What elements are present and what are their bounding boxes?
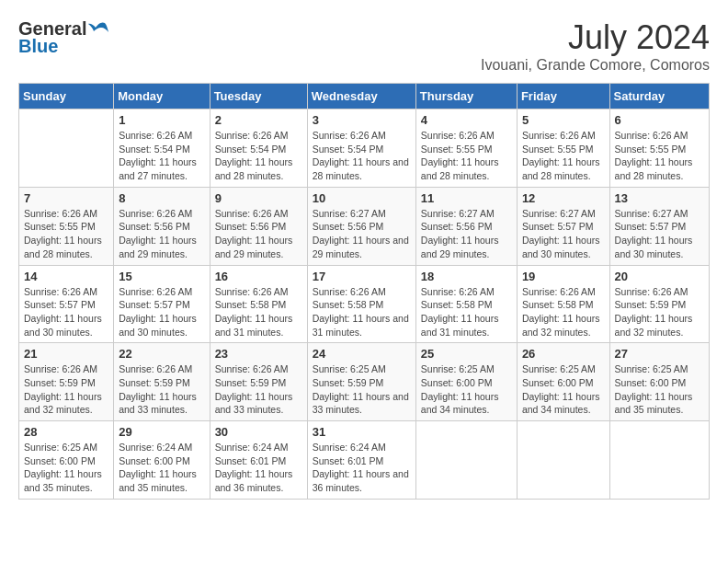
day-number: 15 (119, 270, 204, 283)
column-header-tuesday: Tuesday (210, 84, 307, 109)
calendar-cell: 23Sunrise: 6:26 AMSunset: 5:59 PMDayligh… (210, 343, 307, 421)
day-number: 10 (313, 191, 411, 205)
logo-blue-text: Blue (18, 36, 58, 57)
column-header-monday: Monday (114, 84, 210, 109)
cell-info: Sunrise: 6:26 AMSunset: 5:59 PMDaylight:… (119, 362, 204, 417)
calendar-cell: 28Sunrise: 6:25 AMSunset: 6:00 PMDayligh… (19, 421, 114, 500)
cell-info: Sunrise: 6:26 AMSunset: 5:54 PMDaylight:… (119, 129, 204, 183)
day-number: 17 (313, 270, 411, 283)
logo-bird-icon (88, 21, 108, 38)
day-number: 7 (24, 191, 108, 205)
cell-info: Sunrise: 6:26 AMSunset: 5:58 PMDaylight:… (421, 285, 512, 339)
calendar-cell: 22Sunrise: 6:26 AMSunset: 5:59 PMDayligh… (114, 343, 210, 421)
day-number: 21 (24, 347, 108, 361)
calendar-cell: 11Sunrise: 6:27 AMSunset: 5:56 PMDayligh… (415, 187, 517, 265)
cell-info: Sunrise: 6:26 AMSunset: 5:58 PMDaylight:… (522, 285, 605, 339)
cell-info: Sunrise: 6:26 AMSunset: 5:58 PMDaylight:… (313, 285, 411, 339)
column-header-wednesday: Wednesday (307, 84, 415, 109)
calendar-week-row: 1Sunrise: 6:26 AMSunset: 5:54 PMDaylight… (19, 109, 710, 188)
calendar-cell: 20Sunrise: 6:26 AMSunset: 5:59 PMDayligh… (609, 265, 709, 343)
calendar-cell: 6Sunrise: 6:26 AMSunset: 5:55 PMDaylight… (609, 109, 709, 188)
day-number: 18 (421, 270, 512, 283)
day-number: 28 (24, 425, 108, 439)
cell-info: Sunrise: 6:26 AMSunset: 5:55 PMDaylight:… (24, 207, 108, 261)
day-number: 8 (119, 191, 204, 205)
day-number: 12 (522, 191, 605, 205)
calendar-week-row: 28Sunrise: 6:25 AMSunset: 6:00 PMDayligh… (19, 421, 710, 500)
calendar-week-row: 7Sunrise: 6:26 AMSunset: 5:55 PMDaylight… (19, 187, 710, 265)
title-section: July 2024 Ivouani, Grande Comore, Comoro… (481, 18, 710, 74)
day-number: 24 (313, 347, 411, 361)
cell-info: Sunrise: 6:27 AMSunset: 5:56 PMDaylight:… (421, 207, 512, 261)
day-number: 31 (313, 425, 411, 439)
column-header-saturday: Saturday (609, 84, 709, 109)
day-number: 4 (421, 113, 512, 127)
cell-info: Sunrise: 6:26 AMSunset: 5:59 PMDaylight:… (615, 285, 704, 339)
month-year: July 2024 (481, 18, 710, 57)
calendar-cell: 10Sunrise: 6:27 AMSunset: 5:56 PMDayligh… (307, 187, 415, 265)
cell-info: Sunrise: 6:25 AMSunset: 5:59 PMDaylight:… (313, 362, 411, 417)
day-number: 20 (615, 270, 704, 283)
day-number: 25 (421, 347, 512, 361)
cell-info: Sunrise: 6:26 AMSunset: 5:57 PMDaylight:… (24, 285, 108, 339)
logo: General Blue (18, 18, 108, 57)
cell-info: Sunrise: 6:26 AMSunset: 5:54 PMDaylight:… (215, 129, 302, 183)
cell-info: Sunrise: 6:25 AMSunset: 6:00 PMDaylight:… (615, 362, 704, 417)
cell-info: Sunrise: 6:26 AMSunset: 5:59 PMDaylight:… (215, 362, 302, 417)
calendar-cell: 18Sunrise: 6:26 AMSunset: 5:58 PMDayligh… (415, 265, 517, 343)
calendar-cell: 30Sunrise: 6:24 AMSunset: 6:01 PMDayligh… (210, 421, 307, 500)
calendar-cell: 2Sunrise: 6:26 AMSunset: 5:54 PMDaylight… (210, 109, 307, 188)
cell-info: Sunrise: 6:27 AMSunset: 5:56 PMDaylight:… (313, 207, 411, 261)
calendar-table: SundayMondayTuesdayWednesdayThursdayFrid… (18, 83, 710, 500)
day-number: 5 (522, 113, 605, 127)
day-number: 11 (421, 191, 512, 205)
cell-info: Sunrise: 6:26 AMSunset: 5:56 PMDaylight:… (215, 207, 302, 261)
day-number: 22 (119, 347, 204, 361)
calendar-cell: 25Sunrise: 6:25 AMSunset: 6:00 PMDayligh… (415, 343, 517, 421)
calendar-cell: 5Sunrise: 6:26 AMSunset: 5:55 PMDaylight… (517, 109, 609, 188)
day-number: 23 (215, 347, 302, 361)
cell-info: Sunrise: 6:24 AMSunset: 6:00 PMDaylight:… (119, 441, 204, 495)
day-number: 14 (24, 270, 108, 283)
cell-info: Sunrise: 6:26 AMSunset: 5:55 PMDaylight:… (421, 129, 512, 183)
calendar-cell: 8Sunrise: 6:26 AMSunset: 5:56 PMDaylight… (114, 187, 210, 265)
calendar-cell: 16Sunrise: 6:26 AMSunset: 5:58 PMDayligh… (210, 265, 307, 343)
cell-info: Sunrise: 6:27 AMSunset: 5:57 PMDaylight:… (615, 207, 704, 261)
day-number: 30 (215, 425, 302, 439)
day-number: 19 (522, 270, 605, 283)
calendar-cell: 15Sunrise: 6:26 AMSunset: 5:57 PMDayligh… (114, 265, 210, 343)
calendar-week-row: 21Sunrise: 6:26 AMSunset: 5:59 PMDayligh… (19, 343, 710, 421)
calendar-cell: 29Sunrise: 6:24 AMSunset: 6:00 PMDayligh… (114, 421, 210, 500)
calendar-cell (517, 421, 609, 500)
calendar-cell (415, 421, 517, 500)
cell-info: Sunrise: 6:26 AMSunset: 5:55 PMDaylight:… (522, 129, 605, 183)
column-header-sunday: Sunday (19, 84, 114, 109)
day-number: 27 (615, 347, 704, 361)
cell-info: Sunrise: 6:26 AMSunset: 5:59 PMDaylight:… (24, 362, 108, 417)
calendar-cell: 14Sunrise: 6:26 AMSunset: 5:57 PMDayligh… (19, 265, 114, 343)
calendar-cell: 24Sunrise: 6:25 AMSunset: 5:59 PMDayligh… (307, 343, 415, 421)
cell-info: Sunrise: 6:26 AMSunset: 5:55 PMDaylight:… (615, 129, 704, 183)
calendar-cell: 3Sunrise: 6:26 AMSunset: 5:54 PMDaylight… (307, 109, 415, 188)
calendar-cell: 31Sunrise: 6:24 AMSunset: 6:01 PMDayligh… (307, 421, 415, 500)
calendar-cell: 7Sunrise: 6:26 AMSunset: 5:55 PMDaylight… (19, 187, 114, 265)
day-number: 16 (215, 270, 302, 283)
day-number: 9 (215, 191, 302, 205)
cell-info: Sunrise: 6:27 AMSunset: 5:57 PMDaylight:… (522, 207, 605, 261)
calendar-cell: 13Sunrise: 6:27 AMSunset: 5:57 PMDayligh… (609, 187, 709, 265)
cell-info: Sunrise: 6:25 AMSunset: 6:00 PMDaylight:… (24, 441, 108, 495)
calendar-cell: 17Sunrise: 6:26 AMSunset: 5:58 PMDayligh… (307, 265, 415, 343)
calendar-header-row: SundayMondayTuesdayWednesdayThursdayFrid… (19, 84, 710, 109)
calendar-cell: 4Sunrise: 6:26 AMSunset: 5:55 PMDaylight… (415, 109, 517, 188)
day-number: 13 (615, 191, 704, 205)
day-number: 2 (215, 113, 302, 127)
column-header-friday: Friday (517, 84, 609, 109)
calendar-cell: 19Sunrise: 6:26 AMSunset: 5:58 PMDayligh… (517, 265, 609, 343)
cell-info: Sunrise: 6:25 AMSunset: 6:00 PMDaylight:… (421, 362, 512, 417)
calendar-cell: 26Sunrise: 6:25 AMSunset: 6:00 PMDayligh… (517, 343, 609, 421)
day-number: 6 (615, 113, 704, 127)
cell-info: Sunrise: 6:26 AMSunset: 5:58 PMDaylight:… (215, 285, 302, 339)
cell-info: Sunrise: 6:26 AMSunset: 5:56 PMDaylight:… (119, 207, 204, 261)
cell-info: Sunrise: 6:24 AMSunset: 6:01 PMDaylight:… (313, 441, 411, 495)
calendar-cell: 1Sunrise: 6:26 AMSunset: 5:54 PMDaylight… (114, 109, 210, 188)
